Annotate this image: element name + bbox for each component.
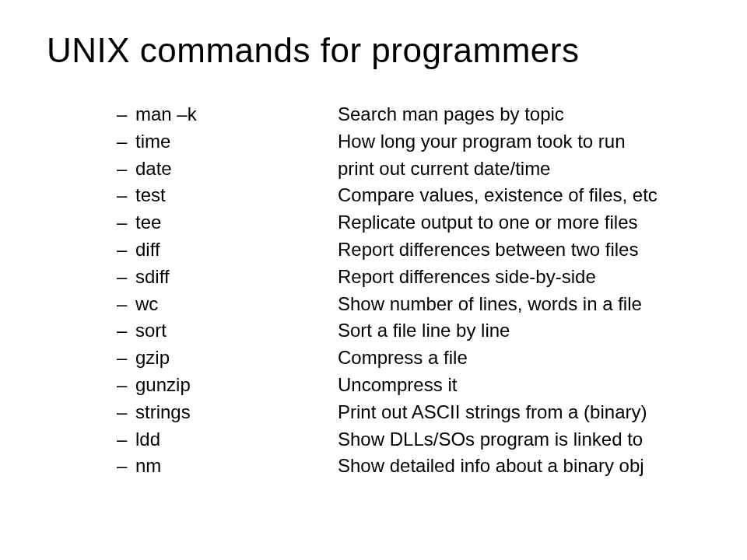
command-name: date (135, 156, 338, 183)
bullet-dash: – (117, 317, 135, 345)
command-name: diff (135, 236, 338, 264)
command-description: Uncompress it (338, 372, 700, 399)
command-name: gzip (135, 345, 338, 372)
list-item: – strings Print out ASCII strings from a… (117, 399, 700, 426)
command-name: tee (135, 209, 338, 236)
command-name: gunzip (135, 372, 338, 399)
command-name: strings (135, 399, 338, 426)
command-name: sort (135, 317, 338, 345)
command-description: Replicate output to one or more files (338, 209, 700, 236)
list-item: – sort Sort a file line by line (117, 317, 700, 345)
command-name: ldd (135, 426, 338, 453)
list-item: – date print out current date/time (117, 156, 700, 183)
command-description: Print out ASCII strings from a (binary) (338, 399, 700, 426)
list-item: – sdiff Report differences side-by-side (117, 264, 700, 291)
command-name: sdiff (135, 264, 338, 291)
command-description: Report differences side-by-side (338, 264, 700, 291)
command-name: test (135, 182, 338, 209)
list-item: – wc Show number of lines, words in a fi… (117, 291, 700, 318)
list-item: – gunzip Uncompress it (117, 372, 700, 399)
bullet-dash: – (117, 264, 135, 291)
command-description: Search man pages by topic (338, 101, 700, 128)
command-description: Report differences between two files (338, 236, 700, 264)
bullet-dash: – (117, 236, 135, 264)
command-name: nm (135, 453, 338, 480)
bullet-dash: – (117, 128, 135, 156)
bullet-dash: – (117, 372, 135, 399)
command-list: – man –k Search man pages by topic – tim… (47, 101, 700, 480)
list-item: – gzip Compress a file (117, 345, 700, 372)
command-description: Compare values, existence of files, etc (338, 182, 700, 209)
bullet-dash: – (117, 426, 135, 453)
command-description: Show DLLs/SOs program is linked to (338, 426, 700, 453)
bullet-dash: – (117, 453, 135, 480)
command-description: Compress a file (338, 345, 700, 372)
command-description: Show detailed info about a binary obj (338, 453, 700, 480)
list-item: – nm Show detailed info about a binary o… (117, 453, 700, 480)
command-name: wc (135, 291, 338, 318)
list-item: – diff Report differences between two fi… (117, 236, 700, 264)
bullet-dash: – (117, 345, 135, 372)
bullet-dash: – (117, 182, 135, 209)
bullet-dash: – (117, 101, 135, 128)
list-item: – man –k Search man pages by topic (117, 101, 700, 128)
command-name: time (135, 128, 338, 156)
command-description: How long your program took to run (338, 128, 700, 156)
slide-title: UNIX commands for programmers (47, 31, 700, 70)
list-item: – time How long your program took to run (117, 128, 700, 156)
list-item: – test Compare values, existence of file… (117, 182, 700, 209)
bullet-dash: – (117, 209, 135, 236)
command-description: Sort a file line by line (338, 317, 700, 345)
bullet-dash: – (117, 399, 135, 426)
command-description: Show number of lines, words in a file (338, 291, 700, 318)
bullet-dash: – (117, 156, 135, 183)
command-description: print out current date/time (338, 156, 700, 183)
command-name: man –k (135, 101, 338, 128)
bullet-dash: – (117, 291, 135, 318)
list-item: – ldd Show DLLs/SOs program is linked to (117, 426, 700, 453)
list-item: – tee Replicate output to one or more fi… (117, 209, 700, 236)
